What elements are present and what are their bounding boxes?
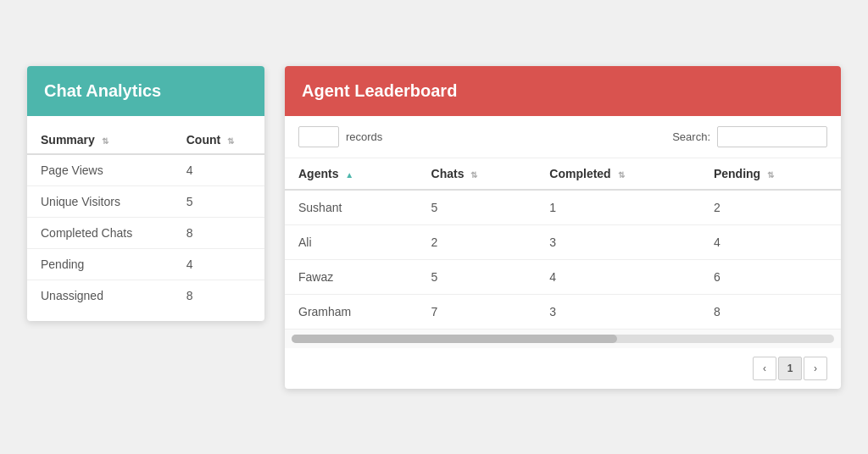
analytics-table: Summary ⇅ Count ⇅ Page Views 4 Unique Vi… (27, 126, 264, 311)
leaderboard-card: Agent Leaderboard records Search: Agents… (285, 66, 841, 389)
next-page-button[interactable]: › (804, 357, 827, 380)
analytics-title: Chat Analytics (27, 66, 264, 116)
table-row: Ali 2 3 4 (285, 224, 841, 259)
col-completed: Completed ⇅ (536, 158, 700, 190)
table-row: Page Views 4 (27, 154, 264, 186)
count-cell: 8 (173, 280, 264, 311)
table-row: Unique Visitors 5 (27, 185, 264, 217)
records-label: records (346, 130, 382, 143)
agent-cell: Ali (285, 224, 418, 259)
sort-icon-summary[interactable]: ⇅ (102, 136, 108, 146)
records-input[interactable] (298, 126, 339, 147)
analytics-card: Chat Analytics Summary ⇅ Count ⇅ Page Vi… (27, 66, 264, 321)
sort-icon-pending[interactable]: ⇅ (767, 170, 774, 180)
col-chats: Chats ⇅ (418, 158, 537, 190)
sort-icon-agents[interactable]: ▲ (345, 170, 353, 180)
chats-cell: 5 (418, 190, 537, 225)
prev-page-button[interactable]: ‹ (753, 357, 776, 380)
pagination-row: ‹ 1 › (285, 348, 841, 389)
table-row: Gramham 7 3 8 (285, 294, 841, 329)
pending-cell: 4 (700, 224, 841, 259)
sort-icon-completed[interactable]: ⇅ (618, 170, 625, 180)
count-cell: 4 (173, 154, 264, 186)
records-area: records (298, 126, 382, 147)
table-row: Sushant 5 1 2 (285, 190, 841, 225)
chats-cell: 2 (418, 224, 537, 259)
col-agents: Agents ▲ (285, 158, 418, 190)
summary-cell: Unassigned (27, 280, 173, 311)
summary-cell: Unique Visitors (27, 185, 173, 217)
search-area: Search: (672, 126, 827, 147)
leaderboard-controls: records Search: (285, 116, 841, 158)
agent-cell: Gramham (285, 294, 418, 329)
sort-icon-chats[interactable]: ⇅ (470, 170, 477, 180)
pending-cell: 2 (700, 190, 841, 225)
completed-cell: 1 (536, 190, 700, 225)
leaderboard-table: Agents ▲ Chats ⇅ Completed ⇅ Pending ⇅ (285, 158, 841, 329)
table-row: Completed Chats 8 (27, 217, 264, 248)
agent-cell: Sushant (285, 190, 418, 225)
sort-icon-count[interactable]: ⇅ (227, 136, 234, 146)
pending-cell: 6 (700, 259, 841, 294)
search-input[interactable] (717, 126, 827, 147)
table-row: Fawaz 5 4 6 (285, 259, 841, 294)
analytics-col-count: Count ⇅ (173, 126, 264, 154)
search-label: Search: (672, 130, 710, 143)
chats-cell: 5 (418, 259, 537, 294)
scrollbar-thumb (292, 335, 617, 343)
scrollbar-row (285, 329, 841, 348)
completed-cell: 3 (536, 294, 700, 329)
count-cell: 5 (173, 185, 264, 217)
summary-cell: Page Views (27, 154, 173, 186)
summary-cell: Pending (27, 248, 173, 280)
table-row: Unassigned 8 (27, 280, 264, 311)
count-cell: 8 (173, 217, 264, 248)
completed-cell: 3 (536, 224, 700, 259)
table-row: Pending 4 (27, 248, 264, 280)
pending-cell: 8 (700, 294, 841, 329)
completed-cell: 4 (536, 259, 700, 294)
pagination: ‹ 1 › (753, 357, 827, 380)
current-page-button[interactable]: 1 (778, 357, 802, 380)
col-pending: Pending ⇅ (700, 158, 841, 190)
page-wrapper: Chat Analytics Summary ⇅ Count ⇅ Page Vi… (0, 39, 868, 416)
summary-cell: Completed Chats (27, 217, 173, 248)
leaderboard-title: Agent Leaderboard (285, 66, 841, 116)
analytics-col-summary: Summary ⇅ (27, 126, 173, 154)
chats-cell: 7 (418, 294, 537, 329)
count-cell: 4 (173, 248, 264, 280)
agent-cell: Fawaz (285, 259, 418, 294)
scrollbar-track[interactable] (292, 335, 834, 343)
